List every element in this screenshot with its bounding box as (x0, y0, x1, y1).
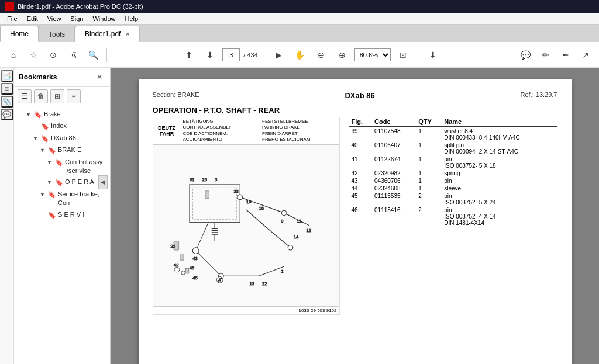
col-name: Name (442, 117, 557, 127)
table-cell-fig: 46 (349, 206, 373, 227)
parts-table: Fig. Code QTY Name 39011075481washer 8.4… (349, 117, 557, 227)
table-cell-name: spring (442, 169, 557, 177)
fahr-label: FAHR (160, 131, 174, 137)
menu-sign[interactable]: Sign (66, 14, 88, 23)
pdf-viewer[interactable]: Section: BRAKE DXab 86 Ref.: 13.29.7 OPE… (111, 68, 599, 364)
tree-label-index: Index (51, 122, 67, 130)
tree-item-brake-sub[interactable]: ▼ 🔖 BRAK E (14, 144, 110, 156)
page-total-text: / 434 (243, 51, 257, 58)
bookmark-icon: 🔖 (48, 190, 56, 199)
sidebar-collapse-arrow[interactable]: ◀ (98, 175, 108, 189)
tree-item-service-brake[interactable]: ▼ 🔖 Ser ice bra ke, Con (14, 189, 110, 209)
tree-item-brake[interactable]: ▼ 🔖 Brake (14, 109, 110, 120)
tree-label-service-brake: Ser ice bra ke, Con (58, 190, 108, 208)
download-button[interactable]: ⬇ (424, 46, 442, 64)
tree-arrow: ▼ (47, 179, 54, 186)
attachments-button[interactable]: 📎 (1, 96, 13, 108)
svg-text:31: 31 (189, 177, 194, 182)
comments-panel-button[interactable]: 💬 (1, 109, 13, 120)
search-button[interactable]: 🔍 (84, 46, 102, 64)
signature-button[interactable]: ✒ (557, 46, 574, 64)
svg-text:13: 13 (249, 281, 254, 286)
table-cell-qty: 1 (416, 141, 442, 155)
tab-binder1-label: Binder1.pdf (85, 30, 121, 38)
table-row: 44023246081sleeve (349, 185, 557, 192)
zoom-in-button[interactable]: ⊕ (333, 46, 351, 64)
fit-page-button[interactable]: ⊡ (394, 46, 412, 64)
tab-binder1[interactable]: Binder1.pdf ✕ (75, 26, 140, 42)
tree-item-control-assy[interactable]: ▼ 🔖 Con trol assy ./ser vise (14, 157, 110, 177)
pdf-page-title: DXab 86 (345, 91, 374, 100)
menu-window[interactable]: Window (88, 14, 120, 23)
table-cell-name: pin ISO 008752- 5 X 18 (442, 155, 557, 169)
pdf-section-label: Section: BRAKE (153, 91, 199, 103)
tab-tools-label: Tools (49, 30, 65, 39)
table-cell-code: 02324608 (372, 185, 416, 192)
bookmark-icon: 🔖 (48, 146, 56, 155)
svg-text:46: 46 (189, 265, 194, 271)
upload-button[interactable]: ⊙ (44, 46, 62, 64)
sidebar-expand-button[interactable]: ⊞ (50, 89, 64, 103)
pdf-content-area: DEUTZ FAHR BETÄTIGUNGCONTROL ASSEMBLYCDE… (153, 117, 557, 315)
svg-text:5: 5 (215, 177, 217, 182)
print-button[interactable]: 🖨 (64, 46, 82, 64)
table-cell-code: 01106407 (372, 141, 416, 155)
scroll-up-button[interactable]: ⬆ (180, 46, 198, 64)
zoom-select[interactable]: 80.6% 50% 75% 100% 125% 150% (354, 48, 391, 61)
tree-item-servi[interactable]: 🔖 S E R V I (14, 209, 110, 221)
tab-bar: Home Tools Binder1.pdf ✕ (0, 25, 599, 42)
cursor-tool-button[interactable]: ▶ (270, 46, 288, 64)
tab-close-button[interactable]: ✕ (125, 31, 130, 37)
page-number-input[interactable]: 3 (222, 48, 240, 61)
home-button[interactable]: ⌂ (5, 46, 22, 64)
svg-point-14 (192, 247, 199, 254)
layers-button[interactable]: ≡ (1, 83, 13, 95)
svg-point-19 (174, 267, 180, 272)
table-cell-fig: 41 (349, 155, 373, 169)
hand-tool-button[interactable]: ✋ (291, 46, 309, 64)
tree-arrow (40, 212, 47, 219)
pen-button[interactable]: ✏ (537, 46, 555, 64)
col-qty: QTY (416, 117, 442, 127)
toolbar: ⌂ ☆ ⊙ 🖨 🔍 ⬆ ⬇ 3 / 434 ▶ ✋ ⊖ ⊕ 80.6% 50% … (0, 42, 599, 68)
svg-rect-21 (185, 268, 188, 273)
sidebar-options-button[interactable]: ≡ (67, 89, 81, 103)
tree-item-opera[interactable]: ▼ 🔖 O P E R A (14, 176, 110, 188)
svg-rect-16 (205, 190, 208, 198)
sidebar-close-button[interactable]: ✕ (94, 71, 105, 83)
sidebar-delete-button[interactable]: 🗑 (34, 89, 48, 103)
tree-item-index[interactable]: 🔖 Index (14, 120, 110, 132)
bookmarks-sidebar: Bookmarks ✕ ☰ 🗑 ⊞ ≡ ▼ 🔖 Brake 🔖 Index (14, 68, 111, 364)
table-row: 40011064071split pin DIN 000094- 2 X 14-… (349, 141, 557, 155)
tab-home[interactable]: Home (0, 26, 39, 42)
sidebar-new-folder-button[interactable]: ☰ (18, 89, 32, 103)
svg-point-13 (288, 245, 293, 250)
table-row: 46011154162pin ISO 008752- 4 X 14 DIN 14… (349, 206, 557, 227)
tree-arrow: ▼ (26, 111, 33, 119)
main-area: 📑 ≡ 📎 💬 Bookmarks ✕ ☰ 🗑 ⊞ ≡ ▼ 🔖 Brake (0, 68, 599, 364)
col-code: Code (372, 117, 416, 127)
tree-label-opera: O P E R A (65, 178, 94, 186)
comment-button[interactable]: 💬 (517, 46, 535, 64)
svg-text:9: 9 (281, 218, 283, 223)
table-cell-code: 01115416 (372, 206, 416, 227)
zoom-out-button[interactable]: ⊖ (312, 46, 330, 64)
table-cell-name: split pin DIN 000094- 2 X 14-ST-A4C (442, 141, 557, 155)
menu-view[interactable]: View (43, 14, 66, 23)
tree-item-dxab86[interactable]: ▼ 🔖 DXab 86 (14, 133, 110, 144)
svg-text:26: 26 (202, 177, 206, 182)
menu-help[interactable]: Help (121, 14, 143, 23)
bookmark-button[interactable]: ☆ (25, 46, 42, 64)
pdf-diagram: DEUTZ FAHR BETÄTIGUNGCONTROL ASSEMBLYCDE… (153, 117, 340, 315)
scroll-down-button[interactable]: ⬇ (201, 46, 219, 64)
title-bar: Binder1.pdf - Adobe Acrobat Pro DC (32-b… (0, 0, 599, 13)
svg-point-20 (181, 271, 184, 274)
menu-edit[interactable]: Edit (22, 14, 43, 23)
tab-home-label: Home (10, 30, 29, 38)
bookmark-icon: 🔖 (48, 211, 56, 220)
bookmarks-panel-button[interactable]: 📑 (1, 70, 13, 82)
tree-arrow: ▼ (33, 135, 40, 143)
menu-file[interactable]: File (2, 14, 22, 23)
share-button[interactable]: ↗ (577, 46, 594, 64)
tab-tools[interactable]: Tools (39, 26, 75, 42)
